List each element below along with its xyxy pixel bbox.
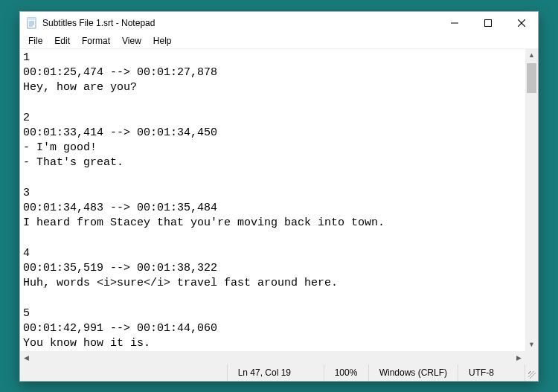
svg-rect-1 <box>28 18 36 20</box>
scroll-down-icon[interactable]: ▼ <box>525 338 538 351</box>
vertical-scrollbar[interactable]: ▲ ▼ <box>525 49 538 351</box>
titlebar[interactable]: Subtitles File 1.srt - Notepad <box>20 12 538 34</box>
scroll-up-icon[interactable]: ▲ <box>525 49 538 62</box>
svg-rect-7 <box>484 19 491 26</box>
notepad-app-icon <box>26 17 38 29</box>
menu-view[interactable]: View <box>117 35 147 47</box>
notepad-window: Subtitles File 1.srt - Notepad File Edit… <box>19 11 539 382</box>
scroll-left-icon[interactable]: ◀ <box>20 352 33 364</box>
status-filler <box>20 364 227 381</box>
statusbar: Ln 47, Col 19 100% Windows (CRLF) UTF-8 <box>20 364 538 381</box>
scroll-thumb[interactable] <box>527 63 536 93</box>
close-icon <box>518 19 525 27</box>
status-zoom: 100% <box>324 364 368 381</box>
menu-file[interactable]: File <box>23 35 48 47</box>
menu-help[interactable]: Help <box>148 35 177 47</box>
resize-grip[interactable] <box>525 364 538 381</box>
scroll-track[interactable] <box>525 62 538 338</box>
status-line-ending: Windows (CRLF) <box>368 364 458 381</box>
maximize-icon <box>484 19 492 27</box>
menu-format[interactable]: Format <box>77 35 115 47</box>
horizontal-scrollbar[interactable]: ◀ ▶ <box>20 352 538 364</box>
minimize-button[interactable] <box>437 12 471 34</box>
text-editor[interactable]: 1 00:01:25,474 --> 00:01:27,878 Hey, how… <box>20 49 525 351</box>
hscroll-track[interactable] <box>33 352 513 364</box>
menu-edit[interactable]: Edit <box>49 35 75 47</box>
menubar: File Edit Format View Help <box>20 34 538 49</box>
editor-wrap: 1 00:01:25,474 --> 00:01:27,878 Hey, how… <box>20 49 538 352</box>
scroll-corner <box>525 352 538 364</box>
close-button[interactable] <box>504 12 538 34</box>
scroll-right-icon[interactable]: ▶ <box>513 352 525 364</box>
window-title: Subtitles File 1.srt - Notepad <box>42 18 155 28</box>
maximize-button[interactable] <box>471 12 504 34</box>
minimize-icon <box>451 19 458 27</box>
client-area: 1 00:01:25,474 --> 00:01:27,878 Hey, how… <box>20 49 538 364</box>
status-cursor-position: Ln 47, Col 19 <box>227 364 324 381</box>
status-encoding: UTF-8 <box>458 364 525 381</box>
